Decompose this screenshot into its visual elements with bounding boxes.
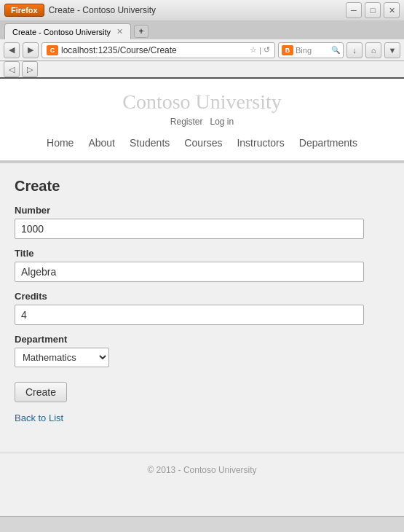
active-tab[interactable]: Create - Contoso University ✕	[4, 23, 131, 39]
tab-title-label: Create - Contoso University	[49, 5, 156, 15]
bottom-toolbar: ◁ ▷	[0, 61, 404, 79]
forward-button[interactable]: ▶	[23, 42, 39, 58]
title-input[interactable]	[15, 262, 364, 282]
tab-close-icon[interactable]: ✕	[116, 27, 123, 36]
nav-departments[interactable]: Departments	[299, 137, 357, 149]
browser-chrome: Firefox Create - Contoso University ─ □ …	[0, 0, 404, 79]
back-to-list-link[interactable]: Back to List	[15, 412, 389, 423]
nav-courses[interactable]: Courses	[184, 137, 222, 149]
form-title: Create	[15, 178, 389, 195]
address-bar[interactable]: C localhost:1235/Course/Create ☆ | ↺	[41, 42, 275, 58]
address-text: localhost:1235/Course/Create	[61, 45, 247, 55]
search-engine-icon: B	[282, 45, 293, 55]
minimize-button[interactable]: ─	[346, 2, 362, 18]
create-button[interactable]: Create	[15, 382, 67, 402]
address-icons: ☆ | ↺	[250, 45, 270, 55]
site-icon: C	[47, 45, 58, 55]
tab-label: Create - Contoso University	[12, 28, 111, 36]
footer-copyright: © 2013 - Contoso University	[147, 465, 256, 475]
department-group: Department Mathematics English Economics…	[15, 334, 389, 367]
toolbar-back-icon[interactable]: ◁	[4, 61, 20, 77]
search-bar[interactable]: B Bing 🔍	[278, 42, 344, 58]
number-input[interactable]	[15, 219, 364, 239]
title-bar: Firefox Create - Contoso University ─ □ …	[0, 0, 404, 20]
title-group: Title	[15, 248, 389, 282]
credits-label: Credits	[15, 291, 389, 302]
home-button[interactable]: ⌂	[365, 42, 381, 58]
form-container: Create Number Title Credits Department M…	[0, 163, 404, 438]
page-content: Contoso University Register Log in Home …	[0, 79, 404, 516]
tab-bar: Create - Contoso University ✕ +	[0, 20, 404, 39]
nav-home[interactable]: Home	[47, 137, 74, 149]
search-button[interactable]: 🔍	[331, 46, 340, 54]
credits-group: Credits	[15, 291, 389, 325]
site-header: Contoso University Register Log in Home …	[0, 79, 404, 163]
nav-about[interactable]: About	[88, 137, 115, 149]
download-button[interactable]: ↓	[346, 42, 363, 58]
number-group: Number	[15, 205, 389, 239]
department-label: Department	[15, 334, 389, 345]
number-label: Number	[15, 205, 389, 216]
close-button[interactable]: ✕	[384, 2, 400, 18]
separator: |	[259, 46, 261, 55]
site-nav: Home About Students Courses Instructors …	[0, 131, 404, 154]
login-link[interactable]: Log in	[210, 117, 234, 127]
department-select[interactable]: Mathematics English Economics Engineerin…	[15, 348, 109, 367]
toolbar-forward-icon[interactable]: ▷	[22, 61, 38, 77]
menu-button[interactable]: ▼	[384, 42, 400, 58]
new-tab-button[interactable]: +	[134, 25, 148, 38]
nav-instructors[interactable]: Instructors	[237, 137, 284, 149]
credits-input[interactable]	[15, 305, 364, 325]
nav-bar: ◀ ▶ C localhost:1235/Course/Create ☆ | ↺…	[0, 39, 404, 61]
refresh-icon[interactable]: ↺	[264, 45, 270, 55]
site-auth: Register Log in	[0, 117, 404, 127]
maximize-button[interactable]: □	[365, 2, 381, 18]
nav-students[interactable]: Students	[130, 137, 170, 149]
title-label: Title	[15, 248, 389, 259]
status-bar	[0, 516, 404, 532]
register-link[interactable]: Register	[170, 117, 203, 127]
back-button[interactable]: ◀	[4, 42, 20, 58]
firefox-button[interactable]: Firefox	[4, 4, 44, 17]
site-title: Contoso University	[0, 90, 404, 114]
site-footer: © 2013 - Contoso University	[0, 453, 404, 487]
search-placeholder-text: Bing	[296, 46, 329, 55]
bookmark-star-icon[interactable]: ☆	[250, 45, 257, 55]
